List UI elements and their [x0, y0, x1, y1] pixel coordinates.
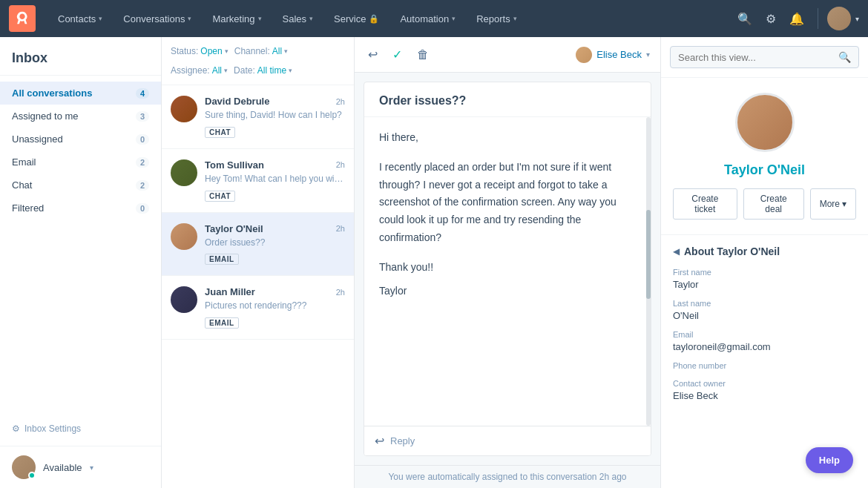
- sidebar-title: Inbox: [0, 37, 161, 76]
- assignee-filter[interactable]: Assignee: All ▾: [171, 64, 228, 77]
- chevron-down-icon: ▾: [309, 15, 313, 22]
- nav-contacts[interactable]: Contacts ▾: [47, 0, 113, 37]
- search-input[interactable]: [678, 52, 834, 63]
- conversation-item[interactable]: Juan Miller 2h Pictures not rendering???…: [162, 276, 354, 340]
- chevron-down-icon: ▾: [90, 464, 93, 472]
- chevron-down-icon: ▾: [99, 15, 102, 22]
- user-chevron-icon[interactable]: ▾: [855, 15, 859, 23]
- reply-back-icon[interactable]: ↩: [375, 434, 384, 448]
- sidebar-item-unassigned[interactable]: Unassigned 0: [0, 128, 161, 151]
- conversation-filters: Status: Open ▾ Channel: All ▾ Assignee: …: [162, 37, 354, 85]
- date-filter[interactable]: Date: All time ▾: [234, 64, 292, 77]
- nav-reports[interactable]: Reports ▾: [466, 0, 527, 37]
- inbox-settings-link[interactable]: ⚙ Inbox Settings: [0, 418, 161, 446]
- reply-area[interactable]: ↩ Reply: [364, 426, 651, 455]
- nav-sales[interactable]: Sales ▾: [272, 0, 324, 37]
- channel-filter[interactable]: Channel: All ▾: [234, 44, 288, 58]
- conversation-item[interactable]: David Debrule 2h Sure thing, David! How …: [162, 85, 354, 149]
- contact-name: Taylor O'Neil: [673, 162, 856, 178]
- chevron-down-icon: ▾: [646, 50, 650, 59]
- chevron-down-icon: ▾: [224, 67, 228, 74]
- top-navigation: Contacts ▾ Conversations ▾ Marketing ▾ S…: [0, 0, 868, 37]
- email-body-area: Order issues?? Hi there, I recently plac…: [364, 82, 651, 456]
- user-avatar[interactable]: [827, 7, 851, 30]
- help-button[interactable]: Help: [806, 447, 853, 473]
- more-button[interactable]: More ▾: [810, 188, 856, 220]
- status-filter[interactable]: Status: Open ▾: [171, 44, 228, 58]
- avatar: [171, 223, 197, 250]
- sidebar-nav: All conversations 4 Assigned to me 3 Una…: [0, 76, 161, 253]
- contact-profile: Taylor O'Neil Create ticket Create deal …: [661, 78, 868, 235]
- nav-marketing[interactable]: Marketing ▾: [202, 0, 272, 37]
- user-status[interactable]: Available ▾: [0, 446, 161, 488]
- about-header[interactable]: ◀ About Taylor O'Neil: [673, 245, 856, 257]
- about-field-owner: Contact owner Elise Beck: [673, 379, 856, 401]
- sidebar-item-assigned-to-me[interactable]: Assigned to me 3: [0, 105, 161, 128]
- back-button[interactable]: ↩: [365, 44, 381, 65]
- lock-icon: 🔒: [369, 14, 379, 24]
- contact-actions: Create ticket Create deal More ▾: [673, 188, 856, 220]
- nav-conversations[interactable]: Conversations ▾: [113, 0, 202, 37]
- assignee-area: Elise Beck ▾: [576, 47, 650, 63]
- chevron-down-icon: ▾: [225, 47, 228, 55]
- avatar: [171, 96, 197, 122]
- email-toolbar: ↩ ✓ 🗑 Elise Beck ▾: [355, 37, 660, 73]
- sidebar: Inbox All conversations 4 Assigned to me…: [0, 37, 162, 488]
- search-input-wrap: 🔍: [670, 46, 859, 68]
- nav-items: Contacts ▾ Conversations ▾ Marketing ▾ S…: [47, 0, 733, 37]
- create-ticket-button[interactable]: Create ticket: [673, 188, 737, 220]
- chevron-down-icon: ▾: [188, 15, 191, 22]
- sidebar-item-email[interactable]: Email 2: [0, 151, 161, 174]
- delete-button[interactable]: 🗑: [414, 45, 432, 65]
- conversation-body: Tom Sullivan 2h Hey Tom! What can I help…: [205, 159, 345, 202]
- chevron-down-icon: ◀: [673, 246, 680, 257]
- about-field-firstname: First name Taylor: [673, 268, 856, 290]
- chevron-down-icon: ▾: [289, 67, 292, 74]
- conversation-list: Status: Open ▾ Channel: All ▾ Assignee: …: [162, 37, 355, 488]
- settings-button[interactable]: ⚙: [761, 7, 780, 30]
- email-panel: ↩ ✓ 🗑 Elise Beck ▾ Order issues?? Hi the…: [355, 37, 660, 488]
- hubspot-logo[interactable]: [9, 5, 36, 32]
- resolve-button[interactable]: ✓: [389, 44, 405, 65]
- notifications-button[interactable]: 🔔: [785, 7, 809, 30]
- about-field-phone: Phone number: [673, 361, 856, 370]
- online-status-dot: [28, 472, 36, 479]
- email-subject: Order issues??: [364, 82, 651, 117]
- chevron-down-icon: ▾: [513, 15, 517, 22]
- avatar: [171, 159, 197, 186]
- nav-service[interactable]: Service 🔒: [323, 0, 389, 37]
- sidebar-item-chat[interactable]: Chat 2: [0, 174, 161, 197]
- conversation-body: Taylor O'Neil 2h Order issues?? EMAIL: [205, 223, 345, 266]
- scrollbar[interactable]: [646, 117, 651, 426]
- chevron-down-icon: ▾: [284, 47, 288, 55]
- assignee-avatar: [576, 47, 592, 63]
- nav-automation[interactable]: Automation ▾: [389, 0, 466, 37]
- scrollbar-thumb: [646, 210, 651, 299]
- about-section: ◀ About Taylor O'Neil First name Taylor …: [661, 235, 868, 421]
- chevron-down-icon: ▾: [842, 199, 846, 209]
- sidebar-item-all-conversations[interactable]: All conversations 4: [0, 82, 161, 105]
- contact-avatar: [735, 93, 795, 152]
- right-panel: 🔍 Taylor O'Neil Create ticket Create dea…: [660, 37, 868, 488]
- search-bar: 🔍: [661, 37, 868, 78]
- chevron-down-icon: ▾: [452, 15, 456, 22]
- auto-assign-message: You were automatically assigned to this …: [355, 465, 660, 488]
- search-icon: 🔍: [838, 51, 851, 63]
- gear-icon: ⚙: [12, 423, 20, 434]
- about-field-lastname: Last name O'Neil: [673, 299, 856, 321]
- nav-right-actions: 🔍 ⚙ 🔔 ▾: [733, 7, 859, 30]
- conversation-item-active[interactable]: Taylor O'Neil 2h Order issues?? EMAIL: [162, 213, 354, 277]
- search-button[interactable]: 🔍: [733, 7, 757, 30]
- conversation-items: David Debrule 2h Sure thing, David! How …: [162, 85, 354, 488]
- conversation-body: David Debrule 2h Sure thing, David! How …: [205, 96, 345, 138]
- sidebar-item-filtered[interactable]: Filtered 0: [0, 197, 161, 220]
- email-content: Hi there, I recently placed an order but…: [364, 117, 651, 426]
- avatar: [171, 286, 197, 313]
- nav-divider: [818, 8, 818, 29]
- chevron-down-icon: ▾: [258, 15, 262, 22]
- main-layout: Inbox All conversations 4 Assigned to me…: [0, 37, 868, 488]
- create-deal-button[interactable]: Create deal: [743, 188, 804, 220]
- conversation-item[interactable]: Tom Sullivan 2h Hey Tom! What can I help…: [162, 149, 354, 213]
- conversation-body: Juan Miller 2h Pictures not rendering???…: [205, 286, 345, 329]
- about-field-email: Email tayloroneil@gmail.com: [673, 330, 856, 352]
